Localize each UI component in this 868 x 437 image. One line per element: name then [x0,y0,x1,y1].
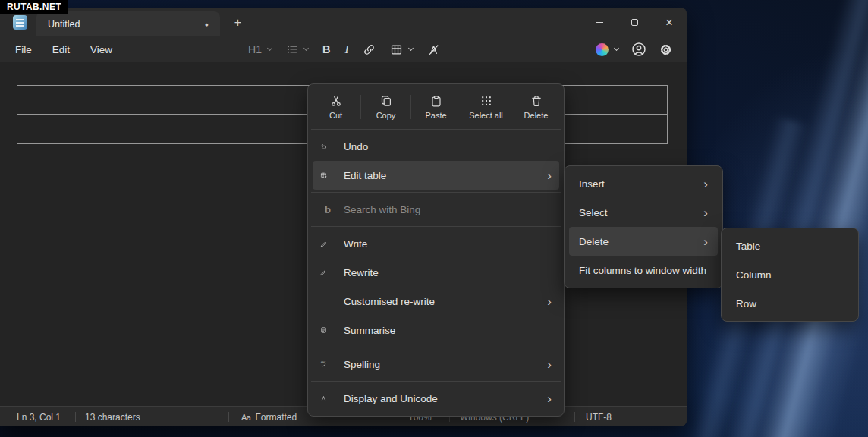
wallpaper-streak [738,0,868,437]
copy-button[interactable]: Copy [361,87,410,127]
delete-submenu: Table Column Row [721,228,859,322]
statusbar-divider [228,412,229,422]
chevron-right-icon: › [703,178,708,190]
tab-title: Untitled [48,19,80,30]
clear-formatting-button[interactable] [427,43,440,56]
settings-button[interactable] [659,43,672,56]
summarise-icon [320,324,335,336]
spelling-icon: ABC [320,358,335,370]
chevron-down-icon [303,46,309,51]
context-menu-item-write[interactable]: Write [313,229,559,258]
submenu-item-select[interactable]: Select › [569,198,718,227]
maximize-button[interactable] [617,8,652,36]
delete-button[interactable]: Delete [511,87,561,127]
display-unicode-icon [320,392,335,404]
undo-icon [320,140,335,152]
context-menu-item-summarise[interactable]: Summarise [313,316,559,344]
context-menu-item-customised-rewrite[interactable]: Customised re-write › [313,287,559,316]
bold-button[interactable]: B [322,43,330,55]
menu-view[interactable]: View [86,44,117,55]
table-dropdown[interactable] [390,43,413,56]
context-menu-item-search-with-bing[interactable]: b Search with Bing [313,195,559,224]
context-menu-item-rewrite[interactable]: Rewrite [313,258,559,287]
link-button[interactable] [363,43,376,56]
account-icon [631,42,646,57]
select-all-label: Select all [469,111,503,120]
tab-untitled[interactable]: Untitled ● [36,11,220,36]
delete-submenu-item-row[interactable]: Row [726,289,854,318]
chevron-down-icon [614,46,619,51]
window-controls: × [582,8,687,36]
heading-style-dropdown[interactable]: H1 [248,43,272,55]
close-button[interactable]: × [652,8,687,36]
scissors-icon [330,95,342,107]
clear-formatting-icon [427,43,440,56]
toolbar-right [596,42,676,57]
list-icon [286,43,298,55]
formatted-indicator: Aa Formatted [241,407,297,426]
italic-button[interactable]: I [344,43,348,56]
context-menu-item-display-and-unicode[interactable]: Display and Unicode › [313,384,559,413]
cut-label: Cut [329,111,342,120]
chevron-right-icon: › [547,392,552,405]
list-dropdown[interactable] [286,43,308,55]
maximize-icon [631,19,638,26]
svg-text:ABC: ABC [320,361,326,364]
submenu-item-insert[interactable]: Insert › [569,169,718,198]
delete-submenu-item-column[interactable]: Column [726,260,854,289]
paste-label: Paste [425,111,446,120]
copilot-dropdown[interactable] [596,43,618,56]
heading-label: H1 [248,43,262,55]
bing-icon: b [320,204,335,215]
chevron-right-icon: › [703,206,708,219]
settings-gear-icon [659,43,672,56]
wallpaper-streak [704,0,868,437]
menu-separator [311,381,561,382]
context-menu-item-edit-table[interactable]: Edit table › [313,161,559,190]
italic-label: I [344,43,348,56]
chevron-right-icon: › [547,169,552,182]
formatting-toolbar: H1 B I [248,43,440,56]
edit-table-icon [320,169,335,181]
encoding: UTF-8 [586,407,612,426]
edit-table-submenu: Insert › Select › Delete › Fit columns t… [564,165,723,288]
paste-button[interactable]: Paste [411,87,461,127]
unsaved-indicator-icon: ● [205,20,209,28]
bold-label: B [322,43,330,55]
table-icon [390,43,403,56]
quick-actions-row: Cut Copy Paste [311,87,561,127]
menu-separator [311,192,561,193]
formatted-label: Formatted [255,412,297,423]
cursor-position: Ln 3, Col 1 [17,407,61,426]
write-pen-icon [320,237,335,250]
submenu-item-fit-columns[interactable]: Fit columns to window width [569,256,718,285]
delete-submenu-item-table[interactable]: Table [726,231,854,260]
account-button[interactable] [631,42,646,57]
minimize-icon [596,22,603,23]
character-count: 13 characters [85,407,140,426]
chevron-right-icon: › [547,295,552,308]
submenu-item-delete[interactable]: Delete › [569,227,718,256]
menu-file[interactable]: File [11,44,36,55]
titlebar: Untitled ● + × [0,8,687,36]
minimize-button[interactable] [582,8,617,36]
context-menu-item-spelling[interactable]: ABC Spelling › [313,350,559,379]
statusbar-divider [574,412,575,422]
formatted-icon: Aa [241,413,250,422]
rewrite-pen-icon [320,266,335,278]
menu-edit[interactable]: Edit [48,44,74,55]
link-icon [363,43,376,56]
select-all-button[interactable]: Select all [461,87,511,127]
cut-button[interactable]: Cut [311,87,360,127]
chevron-down-icon [408,46,414,51]
chevron-right-icon: › [703,235,708,248]
statusbar-divider [75,412,76,422]
chevron-down-icon [267,46,272,51]
select-all-grid-icon [480,95,492,107]
menu-separator [311,347,561,347]
close-icon: × [665,16,673,29]
menu-separator [311,226,561,227]
context-menu-item-undo[interactable]: Undo [313,132,559,161]
copy-icon [380,95,392,107]
new-tab-button[interactable]: + [230,14,246,30]
